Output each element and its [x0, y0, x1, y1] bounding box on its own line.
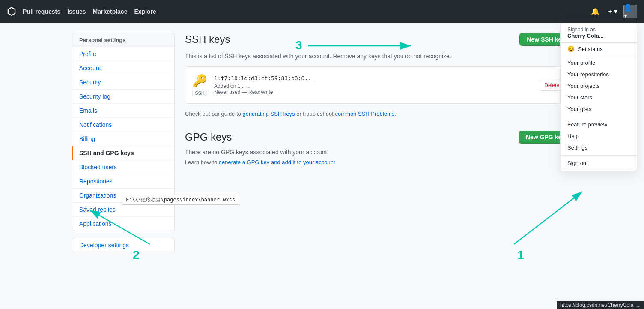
sidebar-item-security-log[interactable]: Security log [72, 90, 174, 104]
sidebar-item-account[interactable]: Account [72, 61, 174, 75]
dropdown-tools-section: Feature preview Help Settings [561, 117, 637, 156]
dropdown-profile-section: Your profile Your repositories Your proj… [561, 55, 637, 117]
user-avatar-button[interactable]: 👤 ▾ [623, 5, 637, 18]
ssh-key-card: 🔑 SSH 1:f7:10:1d:d3:cf:59:83:b0:0... Add… [185, 66, 572, 104]
guide-prefix: Check out our guide to [185, 111, 242, 117]
topnav-explore[interactable]: Explore [134, 8, 156, 15]
sidebar-item-security[interactable]: Security [72, 75, 174, 90]
sidebar-item-profile[interactable]: Profile [72, 47, 174, 61]
ssh-section-header: SSH keys New SSH key [185, 33, 572, 46]
ssh-section-title: SSH keys [185, 33, 230, 45]
sidebar-item-ssh-gpg-keys[interactable]: SSH and GPG keys [72, 146, 174, 160]
sidebar-item-repositories[interactable]: Repositories [72, 174, 174, 189]
dropdown-signed-in-section: Signed in as Cherry Cola... [561, 23, 637, 43]
sidebar-item-blocked-users[interactable]: Blocked users [72, 160, 174, 174]
ssh-key-icon-container: 🔑 SSH [192, 74, 207, 96]
dropdown-feature-preview[interactable]: Feature preview [561, 119, 637, 130]
topnav-links: Pull requests Issues Marketplace Explore [23, 8, 588, 15]
create-new-button[interactable]: + ▾ [605, 6, 620, 17]
dropdown-signout-section: Sign out [561, 156, 637, 171]
sidebar-item-applications[interactable]: Applications [72, 217, 174, 231]
guide-suffix: . [394, 111, 396, 117]
dropdown-settings[interactable]: Settings [561, 142, 637, 153]
ssh-key-info: 1:f7:10:1d:d3:cf:59:83:b0:0... Added on … [214, 75, 532, 95]
gpg-no-keys-text: There are no GPG keys associated with yo… [185, 149, 572, 156]
common-ssh-problems-link[interactable]: common SSH Problems [335, 111, 395, 117]
dropdown-sign-out[interactable]: Sign out [561, 157, 637, 169]
smiley-icon: 😊 [567, 45, 575, 52]
github-logo[interactable]: ⬡ [7, 6, 16, 18]
set-status-label: Set status [578, 46, 603, 52]
key-icon: 🔑 [192, 74, 207, 88]
notifications-button[interactable]: 🔔 [588, 6, 602, 17]
sidebar-item-billing[interactable]: Billing [72, 132, 174, 146]
dropdown-your-gists[interactable]: Your gists [561, 103, 637, 115]
dropdown-your-profile[interactable]: Your profile [561, 57, 637, 69]
sidebar-developer-section: Developer settings [72, 238, 175, 252]
gpg-learn-text: Learn how to generate a GPG key and add … [185, 159, 572, 165]
dropdown-your-projects[interactable]: Your projects [561, 80, 637, 92]
user-dropdown-menu: Signed in as Cherry Cola... 😊 Set status… [560, 23, 637, 171]
ssh-key-usage: Never used — Read/write [214, 89, 532, 95]
gpg-section-title: GPG keys [185, 131, 232, 143]
sidebar-item-developer-settings[interactable]: Developer settings [72, 238, 174, 252]
generating-ssh-keys-link[interactable]: generating SSH keys [242, 111, 295, 117]
topnav-right: 🔔 + ▾ 👤 ▾ [588, 5, 637, 18]
ssh-guide-text: Check out our guide to generating SSH ke… [185, 111, 572, 117]
sidebar-header: Personal settings [72, 33, 175, 47]
guide-middle: or troubleshoot [295, 111, 335, 117]
ssh-key-added-on: Added on 1... ... [214, 83, 532, 89]
sidebar-item-notifications[interactable]: Notifications [72, 118, 174, 132]
dropdown-help[interactable]: Help [561, 130, 637, 142]
gpg-learn-prefix: Learn how to [185, 159, 219, 165]
set-status-item[interactable]: 😊 Set status [561, 43, 637, 55]
page-layout: Personal settings Profile Account Securi… [65, 23, 579, 263]
main-content: SSH keys New SSH key This is a list of S… [185, 33, 572, 252]
topnav: ⬡ Pull requests Issues Marketplace Explo… [0, 0, 644, 23]
ssh-description: This is a list of SSH keys associated wi… [185, 53, 572, 60]
dropdown-your-repositories[interactable]: Your repositories [561, 69, 637, 80]
gpg-learn-link[interactable]: generate a GPG key and add it to your ac… [219, 159, 335, 165]
sidebar: Personal settings Profile Account Securi… [72, 33, 175, 252]
topnav-pull-requests[interactable]: Pull requests [23, 8, 60, 15]
ssh-badge: SSH [192, 90, 207, 96]
ssh-key-fingerprint: 1:f7:10:1d:d3:cf:59:83:b0:0... [214, 75, 532, 81]
dropdown-your-stars[interactable]: Your stars [561, 92, 637, 103]
gpg-section-header: GPG keys New GPG key [185, 131, 572, 144]
sidebar-item-emails[interactable]: Emails [72, 104, 174, 118]
topnav-marketplace[interactable]: Marketplace [93, 8, 128, 15]
file-tooltip: F:\小程序项目\pages\index\banner.wxss [122, 195, 239, 205]
signed-in-label: Signed in as [567, 27, 596, 33]
dropdown-username: Cherry Cola... [567, 33, 630, 39]
topnav-issues[interactable]: Issues [67, 8, 86, 15]
